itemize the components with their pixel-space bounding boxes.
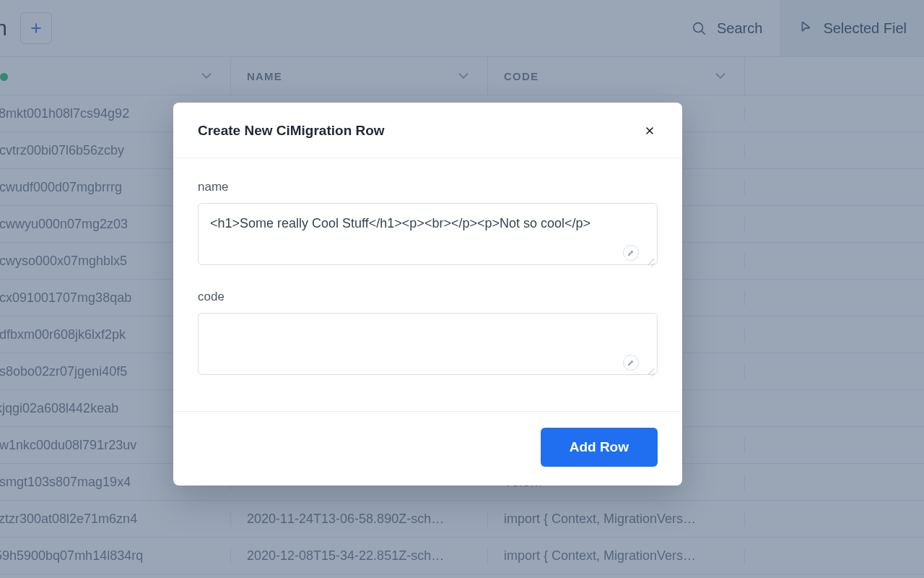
field-code-label: code — [198, 290, 658, 304]
name-input[interactable] — [198, 203, 658, 265]
add-row-submit-button[interactable]: Add Row — [541, 428, 658, 467]
modal-title: Create New CiMigration Row — [198, 123, 385, 139]
field-code: code — [198, 290, 658, 378]
close-icon — [644, 125, 655, 137]
pencil-icon — [627, 249, 635, 256]
name-expand-button[interactable] — [623, 245, 639, 261]
create-row-modal: Create New CiMigration Row name code — [173, 103, 682, 486]
field-code-wrap — [198, 313, 658, 378]
code-expand-button[interactable] — [623, 355, 639, 371]
modal-header: Create New CiMigration Row — [173, 103, 682, 158]
modal-body: name code — [173, 158, 682, 411]
pencil-icon — [627, 359, 635, 366]
field-name: name — [198, 180, 658, 268]
field-name-label: name — [198, 180, 658, 194]
code-input[interactable] — [198, 313, 658, 375]
modal-footer: Add Row — [173, 411, 682, 486]
modal-close-button[interactable] — [642, 123, 658, 139]
field-name-wrap — [198, 203, 658, 268]
